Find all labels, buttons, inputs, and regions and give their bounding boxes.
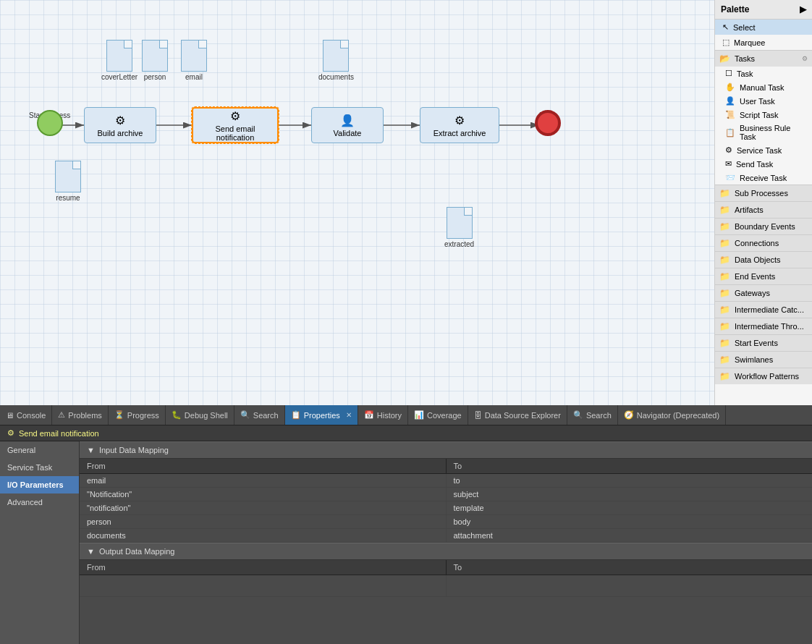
node-documents[interactable]: documents	[318, 40, 354, 81]
palette-item-service-task[interactable]: ⚙ Service Task	[715, 143, 812, 157]
output-mapping-header[interactable]: ▼ Output Data Mapping	[80, 543, 812, 560]
tab-console[interactable]: 🖥 Console	[0, 405, 52, 425]
task-label-buildArchive: Build archive	[98, 129, 143, 137]
folder-icon-intermediate-throw: 📁	[719, 321, 730, 331]
palette-item-receive-task[interactable]: 📨 Receive Task	[715, 171, 812, 185]
node-email[interactable]: email	[181, 40, 207, 81]
problems-tab-label: Problems	[68, 411, 101, 420]
user-task-icon: 👤	[725, 96, 735, 106]
task-buildArchive[interactable]: ⚙ Build archive	[84, 107, 156, 143]
input-to-header: To	[446, 459, 812, 474]
tab-progress[interactable]: ⏳ Progress	[109, 405, 166, 425]
palette-section-intermediate-throw[interactable]: 📁 Intermediate Thro...	[715, 318, 812, 334]
doc-icon-email	[181, 40, 207, 72]
props-nav-service-task[interactable]: Service Task	[0, 459, 79, 476]
palette-section-sub-processes[interactable]: 📁 Sub Processes	[715, 185, 812, 201]
props-nav-io-parameters[interactable]: I/O Parameters	[0, 476, 79, 493]
palette-section-gateways[interactable]: 📁 Gateways	[715, 284, 812, 301]
tab-properties[interactable]: 📋 Properties ✕	[285, 405, 358, 425]
tab-history[interactable]: 📅 History	[358, 405, 408, 425]
palette-section-data-objects[interactable]: 📁 Data Objects	[715, 251, 812, 268]
input-row-4[interactable]: documents attachment	[80, 529, 812, 543]
manual-task-label: Manual Task	[740, 83, 784, 92]
marquee-icon: ⬚	[722, 38, 729, 47]
node-person[interactable]: person	[142, 40, 168, 81]
palette-section-intermediate-catch[interactable]: 📁 Intermediate Catc...	[715, 301, 812, 318]
props-nav-advanced[interactable]: Advanced	[0, 493, 79, 511]
canvas[interactable]: coverLetter person email documents resum…	[0, 0, 714, 405]
input-to-3: body	[446, 515, 812, 529]
tab-debug-shell[interactable]: 🐛 Debug Shell	[166, 405, 234, 425]
palette-section-tasks[interactable]: 📂 Tasks ⚙	[715, 50, 812, 67]
input-row-0[interactable]: email to	[80, 474, 812, 488]
palette-item-task[interactable]: ☐ Task	[715, 67, 812, 80]
section-label-workflow-patterns: Workflow Patterns	[735, 372, 799, 381]
properties-tab-close[interactable]: ✕	[346, 411, 352, 419]
props-left-nav: General Service Task I/O Parameters Adva…	[0, 441, 80, 644]
tab-search2[interactable]: 🔍 Search	[567, 405, 618, 425]
palette-section-artifacts[interactable]: 📁 Artifacts	[715, 201, 812, 218]
tab-problems[interactable]: ⚠ Problems	[52, 405, 108, 425]
task-sendEmail[interactable]: ⚙ Send email notification	[192, 107, 279, 143]
input-row-2[interactable]: "notification" template	[80, 501, 812, 515]
search2-tab-label: Search	[586, 411, 612, 420]
palette-section-connections[interactable]: 📁 Connections	[715, 234, 812, 251]
section-label-boundary-events: Boundary Events	[735, 222, 795, 231]
input-mapping-table: From To email to "Notification" subject	[80, 459, 812, 543]
doc-icon-person	[142, 40, 168, 72]
input-to-2: template	[446, 501, 812, 515]
palette-section-boundary-events[interactable]: 📁 Boundary Events	[715, 218, 812, 234]
search1-tab-label: Search	[253, 411, 279, 420]
input-mapping-header[interactable]: ▼ Input Data Mapping	[80, 441, 812, 459]
datasource-tab-icon: 🗄	[474, 411, 482, 420]
node-extracted[interactable]: extracted	[444, 207, 474, 248]
input-from-2: "notification"	[80, 501, 446, 515]
script-task-label: Script Task	[740, 111, 779, 119]
palette-item-user-task[interactable]: 👤 User Task	[715, 94, 812, 108]
marquee-label: Marquee	[734, 38, 765, 47]
input-row-3[interactable]: person body	[80, 515, 812, 529]
palette-section-end-events[interactable]: 📁 End Events	[715, 268, 812, 284]
folder-icon-end-events: 📁	[719, 271, 730, 281]
tab-search1[interactable]: 🔍 Search	[234, 405, 285, 425]
section-label-data-objects: Data Objects	[735, 255, 781, 264]
task-validate[interactable]: 👤 Validate	[311, 107, 384, 143]
history-tab-label: History	[377, 411, 402, 420]
input-from-4: documents	[80, 529, 446, 543]
tab-coverage[interactable]: 📊 Coverage	[408, 405, 468, 425]
palette-tool-marquee[interactable]: ⬚ Marquee	[715, 35, 812, 50]
palette-tool-select[interactable]: ↖ Select	[715, 20, 812, 35]
tasks-settings-icon[interactable]: ⚙	[802, 55, 808, 62]
debug-tab-icon: 🐛	[172, 410, 182, 420]
tab-datasource[interactable]: 🗄 Data Source Explorer	[468, 405, 567, 425]
task-label-validate: Validate	[334, 129, 362, 137]
input-from-0: email	[80, 474, 446, 488]
console-tab-icon: 🖥	[6, 411, 14, 420]
task-extractArchive[interactable]: ⚙ Extract archive	[420, 107, 499, 143]
section-label-intermediate-catch: Intermediate Catc...	[735, 305, 804, 314]
node-resume[interactable]: resume	[55, 161, 81, 202]
palette-item-send-task[interactable]: ✉ Send Task	[715, 157, 812, 171]
folder-icon-start-events: 📁	[719, 338, 730, 348]
palette-expand-icon[interactable]: ▶	[800, 4, 806, 14]
node-startProcess[interactable]: StartProcess	[29, 110, 70, 119]
input-mapping-title: Input Data Mapping	[99, 446, 169, 454]
palette-item-script-task[interactable]: 📜 Script Task	[715, 108, 812, 122]
palette-section-workflow-patterns[interactable]: 📁 Workflow Patterns	[715, 368, 812, 384]
palette-section-start-events[interactable]: 📁 Start Events	[715, 334, 812, 351]
input-from-1: "Notification"	[80, 488, 446, 501]
folder-icon-swimlanes: 📁	[719, 355, 730, 365]
palette-item-business-rule-task[interactable]: 📋 Business Rule Task	[715, 122, 812, 143]
output-to-header: To	[446, 560, 812, 575]
tab-navigator[interactable]: 🧭 Navigator (Deprecated)	[618, 405, 726, 425]
props-title-bar: ⚙ Send email notification	[0, 425, 812, 441]
input-row-1[interactable]: "Notification" subject	[80, 488, 812, 501]
palette-section-swimlanes[interactable]: 📁 Swimlanes	[715, 351, 812, 368]
palette-item-manual-task[interactable]: ✋ Manual Task	[715, 80, 812, 94]
coverage-tab-icon: 📊	[414, 410, 424, 420]
section-label-end-events: End Events	[735, 272, 775, 281]
section-label-sub-processes: Sub Processes	[735, 189, 788, 198]
props-nav-general[interactable]: General	[0, 441, 79, 459]
node-done[interactable]: Done	[539, 110, 557, 119]
node-coverLetter[interactable]: coverLetter	[101, 40, 138, 81]
